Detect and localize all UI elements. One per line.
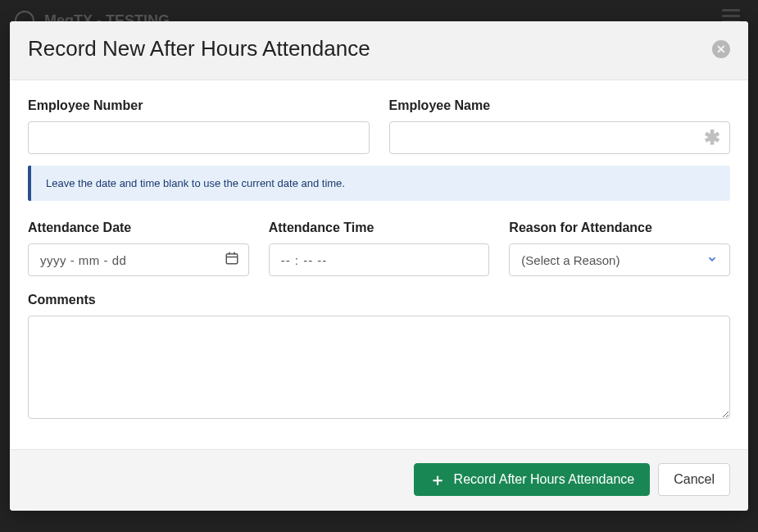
modal-footer: ＋ Record After Hours Attendance Cancel <box>10 449 748 511</box>
employee-number-input[interactable] <box>28 121 370 154</box>
datetime-reason-row: Attendance Date yyyy - mm - dd <box>28 221 730 276</box>
comments-label: Comments <box>28 293 730 307</box>
attendance-date-input[interactable]: yyyy - mm - dd <box>28 243 249 276</box>
employee-number-label: Employee Number <box>28 98 370 113</box>
employee-number-field: Employee Number <box>28 98 370 154</box>
comments-field: Comments <box>28 293 730 422</box>
employee-name-input[interactable] <box>389 121 731 154</box>
record-attendance-modal: Record New After Hours Attendance ✕ Empl… <box>10 21 748 511</box>
hamburger-menu-icon <box>722 15 740 17</box>
comments-textarea[interactable] <box>28 316 730 419</box>
employee-name-label: Employee Name <box>389 98 731 113</box>
close-icon: ✕ <box>716 43 726 55</box>
time-placeholder: -- : -- -- <box>281 253 328 267</box>
attendance-time-input[interactable]: -- : -- -- <box>269 243 490 276</box>
svg-rect-0 <box>226 254 238 264</box>
attendance-date-field: Attendance Date yyyy - mm - dd <box>28 221 249 276</box>
record-button-label: Record After Hours Attendance <box>454 472 635 487</box>
reason-select[interactable]: (Select a Reason) <box>509 243 730 276</box>
plus-icon: ＋ <box>429 471 446 488</box>
employee-name-field: Employee Name ✱ <box>389 98 731 154</box>
attendance-time-label: Attendance Time <box>269 221 490 235</box>
date-placeholder: yyyy - mm - dd <box>40 253 126 267</box>
attendance-date-label: Attendance Date <box>28 221 249 235</box>
record-attendance-button[interactable]: ＋ Record After Hours Attendance <box>414 463 651 496</box>
modal-body: Employee Number Employee Name ✱ Leave th… <box>10 80 748 449</box>
datetime-info-banner: Leave the date and time blank to use the… <box>28 166 730 201</box>
modal-title: Record New After Hours Attendance <box>28 36 370 61</box>
reason-field: Reason for Attendance (Select a Reason) <box>509 221 730 276</box>
reason-placeholder: (Select a Reason) <box>521 253 620 267</box>
chevron-down-icon <box>706 253 718 267</box>
calendar-icon <box>225 251 239 269</box>
attendance-time-field: Attendance Time -- : -- -- <box>269 221 490 276</box>
cancel-button[interactable]: Cancel <box>658 463 730 496</box>
reason-label: Reason for Attendance <box>509 221 730 235</box>
cancel-button-label: Cancel <box>674 472 715 487</box>
employee-row: Employee Number Employee Name ✱ <box>28 98 730 154</box>
close-button[interactable]: ✕ <box>712 40 730 58</box>
modal-header: Record New After Hours Attendance ✕ <box>10 21 748 80</box>
